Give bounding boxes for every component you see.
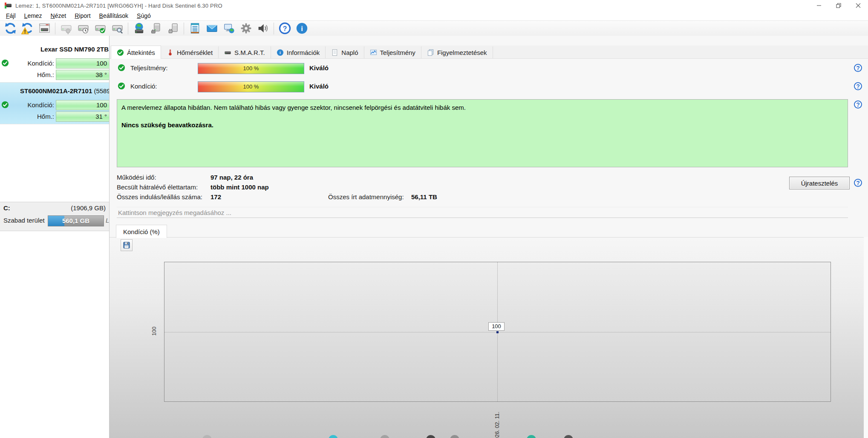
menu-bar: Fájl Lemez Nézet Riport Beállítások Súgó [0, 11, 868, 20]
disk-name: ST6000NM021A-2R7101 (5589 [20, 87, 110, 94]
remote-monitor-button[interactable] [220, 22, 237, 35]
toolbar: ? i [0, 20, 868, 36]
right-margin [864, 237, 868, 438]
chart-tab-kondicio[interactable]: Kondíció (%) [116, 225, 167, 238]
sounds-speaker-icon [257, 22, 269, 34]
disk-connect-icon [150, 22, 162, 34]
disk-connect-button[interactable] [147, 22, 164, 35]
disk-name-text: ST6000NM021A-2R7101 [20, 87, 92, 94]
condition-label: Kondíció: [130, 81, 157, 92]
condition-bar: 100 [56, 58, 110, 69]
status-line1: A merevlemez állapota hibátlan. Nem talá… [121, 104, 843, 111]
notes-button[interactable] [186, 22, 203, 35]
minimize-button[interactable] [809, 0, 829, 11]
status-line2: Nincs szükség beavatkozásra. [121, 121, 843, 129]
menu-fajl[interactable]: Fájl [2, 12, 20, 20]
disk-schedule-button[interactable] [75, 22, 92, 35]
refresh-button[interactable] [2, 22, 19, 35]
menu-sugo[interactable]: Súgó [133, 12, 155, 20]
disk-report-window-button[interactable] [36, 22, 53, 35]
free-space-label: Szabad terület [3, 217, 45, 224]
toolbar-separator [55, 23, 55, 34]
disk-remove-icon [167, 22, 179, 34]
partition-row: C: (1906,9 GB) [3, 204, 106, 212]
info-icon: i [296, 22, 308, 34]
performance-label: Teljesítmény: [130, 63, 168, 73]
comment-field[interactable]: Kattintson megjegyzés megadásához ... [117, 207, 848, 218]
chart-icon [370, 49, 377, 56]
condition-history-plot: 100 [164, 262, 831, 402]
drive-letter: C: [3, 204, 10, 212]
restore-button[interactable] [829, 0, 848, 11]
temperature-label: Hőm.: [0, 111, 54, 122]
disk-item-seagate-selected[interactable]: ST6000NM021A-2R7101 (5589 Kondíció: 100 … [0, 83, 109, 124]
performance-bar: 100 % [198, 63, 304, 74]
condition-label: Kondíció: [0, 58, 54, 69]
close-button[interactable] [848, 0, 868, 11]
help-glyph: ? [856, 101, 860, 108]
save-chart-button[interactable] [121, 239, 133, 251]
condition-percent: 100 % [198, 82, 304, 92]
sounds-button[interactable] [254, 22, 271, 35]
disk-ok-button[interactable] [92, 22, 109, 35]
y-axis-tick: 100 [147, 325, 160, 338]
temperature-label: Hőm.: [0, 69, 54, 80]
disk-report-window-icon [38, 22, 51, 34]
help-button[interactable]: ? [276, 22, 293, 35]
ok-check-icon [118, 64, 125, 72]
temperature-bar: 38 ° [56, 70, 110, 80]
close-icon [856, 3, 861, 8]
condition-bar: 100 % [198, 81, 304, 92]
condition-rating: Kiváló [309, 81, 329, 92]
disk-name-text: Lexar SSD NM790 2TB [40, 46, 109, 53]
tab-homerseklet[interactable]: Hőmérséklet [161, 46, 219, 58]
settings-gear-icon [240, 22, 252, 34]
tab-naplo[interactable]: Napló [326, 46, 364, 58]
help-icon: ? [279, 22, 291, 34]
tab-figyelmeztetesek[interactable]: Figyelmeztetések [421, 46, 493, 58]
help-glyph: ? [856, 83, 860, 90]
disk-remove-button[interactable] [164, 22, 182, 35]
help-icon[interactable]: ? [854, 64, 862, 72]
document-icon [331, 49, 338, 56]
disk-search-button[interactable] [109, 22, 126, 35]
menu-nezet[interactable]: Nézet [46, 12, 71, 20]
tab-smart[interactable]: S.M.A.R.T. [219, 46, 271, 58]
menu-beallitasok[interactable]: Beállítások [95, 12, 133, 20]
lifetime-label: Becsült hátralévő élettartam: [117, 183, 198, 191]
lifetime-value: több mint 1000 nap [211, 183, 269, 191]
tab-attekintes[interactable]: Áttekintés [111, 46, 161, 59]
help-icon[interactable]: ? [854, 179, 862, 187]
menu-lemez[interactable]: Lemez [20, 12, 46, 20]
tab-label: Információk [287, 49, 320, 56]
tab-teljesitmeny[interactable]: Teljesítmény [364, 46, 421, 58]
analyse-warning-icon [21, 22, 34, 34]
disk-item-lexar[interactable]: Lexar SSD NM790 2TB (1907,7 Kondíció: 10… [0, 41, 109, 83]
notes-icon [189, 22, 201, 34]
menu-riport[interactable]: Riport [70, 12, 95, 20]
temperature-bar: 31 ° [56, 112, 110, 122]
partition-info[interactable]: C: (1906,9 GB) Szabad terület 560,1 GB L [0, 202, 109, 231]
tab-label: Teljesítmény [380, 49, 415, 56]
tab-label: Napló [341, 49, 358, 56]
help-icon[interactable]: ? [854, 82, 862, 90]
settings-button[interactable] [237, 22, 254, 35]
disk-locate-button[interactable] [58, 22, 75, 35]
performance-percent: 100 % [198, 63, 304, 73]
help-icon[interactable]: ? [854, 100, 862, 109]
check-circle-icon [117, 49, 124, 56]
poweron-time-label: Működési idő: [117, 174, 156, 181]
restore-icon [836, 3, 841, 8]
email-button[interactable] [203, 22, 220, 35]
refresh-icon [4, 22, 17, 34]
tab-informaciok[interactable]: i Információk [271, 46, 326, 58]
network-disk-button[interactable] [130, 22, 147, 35]
tab-label: S.M.A.R.T. [234, 49, 265, 56]
retest-button[interactable]: Újratesztelés [789, 177, 850, 189]
analyse-warning-button[interactable] [19, 22, 36, 35]
info-button[interactable]: i [293, 22, 310, 35]
toolbar-separator [128, 23, 128, 34]
condition-bar: 100 [56, 100, 110, 110]
ok-check-icon [118, 82, 125, 90]
toolbar-separator [184, 23, 184, 34]
